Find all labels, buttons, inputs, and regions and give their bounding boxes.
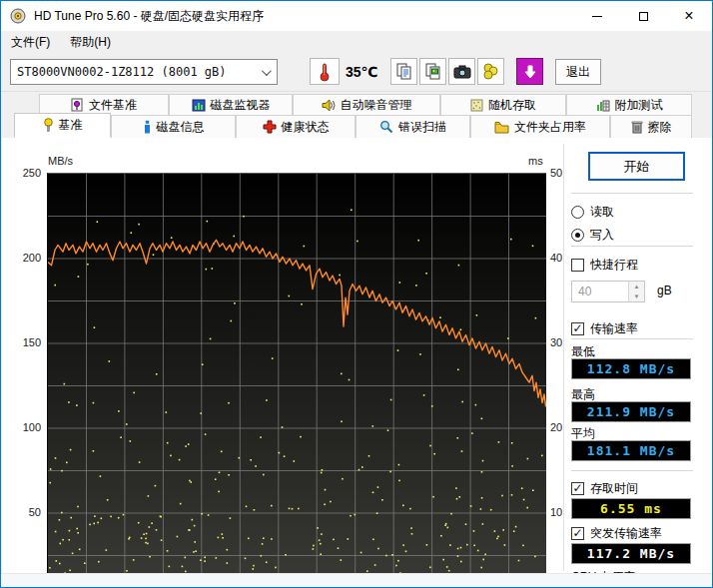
coins-button[interactable] <box>477 58 504 85</box>
download-arrow-icon <box>522 64 538 80</box>
download-button[interactable] <box>516 58 543 85</box>
transfer-rate-checkbox[interactable]: ✓ 传输速率 <box>571 320 638 337</box>
tab-label: 磁盘监视器 <box>211 97 271 114</box>
plot-canvas <box>48 174 546 573</box>
separator <box>571 193 693 194</box>
y-tick: 40 <box>550 252 562 264</box>
tab-erase[interactable]: 擦除 <box>610 115 692 138</box>
tab-file-benchmark[interactable]: 文件基准 <box>39 94 169 115</box>
y-tick: 250 <box>11 167 41 179</box>
tab-disk-info[interactable]: 磁盘信息 <box>111 115 236 138</box>
y-tick: 50 <box>550 167 562 179</box>
tab-label: 擦除 <box>648 119 672 136</box>
error-scan-icon <box>379 120 393 134</box>
read-radio[interactable]: 读取 <box>571 204 614 221</box>
avg-value-display: 181.1 MB/s <box>571 440 691 461</box>
stepper-down-icon[interactable]: ▼ <box>629 292 644 301</box>
checkbox-checked-icon: ✓ <box>571 482 584 495</box>
copy-image-icon <box>424 63 441 80</box>
temperature-button[interactable] <box>310 58 340 85</box>
file-benchmark-icon <box>71 98 84 112</box>
menu-help[interactable]: 帮助(H) <box>60 31 121 54</box>
y-tick: 30 <box>550 336 562 348</box>
camera-icon <box>453 65 471 79</box>
tab-folder-usage[interactable]: 文件夹占用率 <box>470 115 610 138</box>
minimize-icon <box>592 16 602 17</box>
extra-tests-icon <box>596 99 610 112</box>
random-access-icon <box>470 99 483 112</box>
aam-speaker-icon <box>322 99 336 112</box>
tab-strip: 文件基准 磁盘监视器 自动噪音管理 随机存取 附加测试 基准 <box>1 92 712 138</box>
tab-error-scan[interactable]: 错误扫描 <box>356 115 470 138</box>
y-tick: 10 <box>550 506 562 518</box>
menu-file[interactable]: 文件(F) <box>1 31 60 54</box>
tab-label: 错误扫描 <box>398 119 446 136</box>
tab-extra-tests[interactable]: 附加测试 <box>566 94 692 115</box>
hd-tune-window: HD Tune Pro 5.60 - 硬盘/固态硬盘实用程序 × 文件(F) 帮… <box>0 0 713 588</box>
copy-text-button[interactable] <box>390 58 417 85</box>
checkbox-checked-icon: ✓ <box>571 527 584 540</box>
access-time-checkbox[interactable]: ✓ 存取时间 <box>571 480 638 497</box>
disk-info-icon <box>143 120 152 134</box>
tab-label: 自动噪音管理 <box>341 97 412 114</box>
access-time-label: 存取时间 <box>590 480 638 497</box>
tab-label: 随机存取 <box>488 97 536 114</box>
transfer-rate-label: 传输速率 <box>590 320 638 337</box>
capacity-unit-label: gB <box>657 284 672 297</box>
burst-rate-display: 117.2 MB/s <box>571 543 691 564</box>
burst-rate-checkbox[interactable]: ✓ 突发传输速率 <box>571 525 662 542</box>
radio-selected-icon <box>571 229 584 242</box>
write-radio[interactable]: 写入 <box>571 227 614 244</box>
maximize-button[interactable] <box>620 1 666 31</box>
read-radio-label: 读取 <box>590 204 614 221</box>
separator <box>571 338 693 339</box>
checkbox-checked-icon: ✓ <box>571 322 584 335</box>
health-cross-icon <box>263 120 277 134</box>
tab-aam[interactable]: 自动噪音管理 <box>293 94 440 115</box>
app-logo-icon <box>10 8 26 24</box>
menu-bar: 文件(F) 帮助(H) <box>1 31 712 53</box>
start-button[interactable]: 开始 <box>588 152 685 181</box>
tab-label: 文件基准 <box>89 97 137 114</box>
tab-random-access[interactable]: 随机存取 <box>440 94 566 115</box>
y-right-axis-unit: ms <box>528 155 543 167</box>
close-button[interactable]: × <box>666 1 712 31</box>
separator <box>571 470 693 471</box>
y-tick: 50 <box>11 506 41 518</box>
exit-button-label: 退出 <box>566 64 590 81</box>
benchmark-pin-icon <box>43 118 54 133</box>
short-stroke-checkbox[interactable]: 快捷行程 <box>571 257 638 274</box>
y-tick: 20 <box>550 421 562 433</box>
separator <box>571 246 693 247</box>
capacity-stepper[interactable]: 40 ▲▼ <box>571 281 645 302</box>
radio-icon <box>571 206 584 219</box>
stepper-up-icon[interactable]: ▲ <box>629 282 644 292</box>
y-tick: 200 <box>11 252 41 264</box>
checkbox-unchecked-icon <box>571 259 584 272</box>
title-bar: HD Tune Pro 5.60 - 硬盘/固态硬盘实用程序 × <box>1 1 712 31</box>
copy-image-button[interactable] <box>419 58 446 85</box>
thermometer-icon <box>319 62 331 82</box>
screenshot-button[interactable] <box>448 58 475 85</box>
copy-text-icon <box>395 63 412 80</box>
y-tick: 150 <box>11 336 41 348</box>
tab-health[interactable]: 健康状态 <box>236 115 356 138</box>
tab-label: 基准 <box>59 117 83 134</box>
access-time-display: 6.55 ms <box>571 498 691 519</box>
tab-label: 附加测试 <box>615 97 663 114</box>
tab-label: 磁盘信息 <box>157 119 205 136</box>
window-title: HD Tune Pro 5.60 - 硬盘/固态硬盘实用程序 <box>34 8 264 25</box>
exit-button[interactable]: 退出 <box>555 59 601 85</box>
short-stroke-label: 快捷行程 <box>590 257 638 274</box>
minimize-button[interactable] <box>574 1 620 31</box>
start-button-label: 开始 <box>624 158 650 176</box>
benchmark-page: MB/s ms 250 200 150 100 50 50 40 30 20 1… <box>2 138 713 575</box>
tab-label: 健康状态 <box>282 119 330 136</box>
toolbar: ST8000VN0002-1Z8112 (8001 gB) 35℃ <box>1 53 712 92</box>
tab-benchmark[interactable]: 基准 <box>14 113 111 138</box>
erase-trash-icon <box>631 120 643 134</box>
tab-disk-monitor[interactable]: 磁盘监视器 <box>169 94 293 115</box>
drive-select[interactable]: ST8000VN0002-1Z8112 (8001 gB) <box>10 59 278 85</box>
window-bottom-edge <box>1 573 712 587</box>
capacity-value: 40 <box>572 282 628 301</box>
